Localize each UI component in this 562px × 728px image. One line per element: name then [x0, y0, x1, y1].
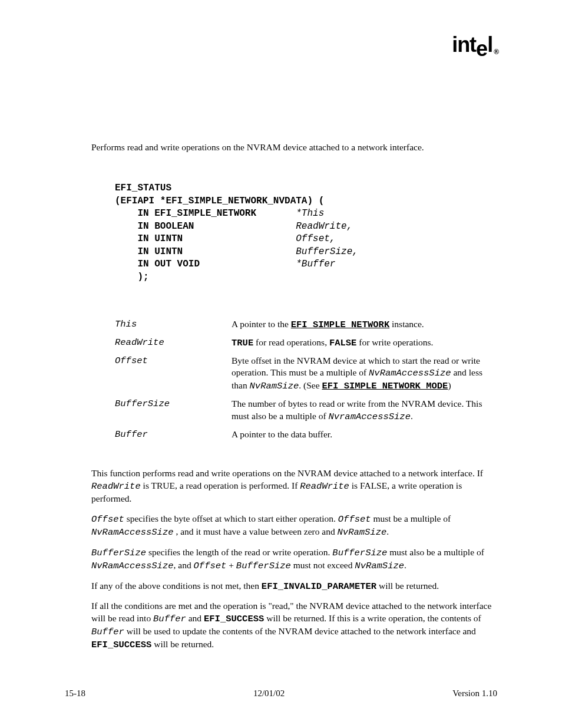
proto-line: EFI_STATUS	[115, 183, 171, 193]
code-ref: Buffer	[91, 627, 124, 637]
desc-para: This function performs read and write op…	[91, 467, 498, 505]
code-ref: Buffer	[153, 614, 186, 624]
proto-line: IN BOOLEAN	[115, 221, 296, 232]
description: This function performs read and write op…	[91, 467, 498, 651]
proto-param: *This	[296, 208, 324, 219]
code-ref: NvRamSize	[338, 527, 387, 538]
footer-date: 12/01/02	[253, 689, 285, 699]
proto-param: *Buffer	[296, 259, 335, 269]
function-prototype: EFI_STATUS (EFIAPI *EFI_SIMPLE_NETWORK_N…	[115, 182, 498, 284]
parameters-list: This A pointer to the EFI_SIMPLE_NETWORK…	[91, 318, 498, 441]
code-ref: BufferSize	[332, 548, 387, 558]
code-ref: Offset	[338, 514, 371, 525]
code-ref: NvramAccessSize	[328, 411, 411, 422]
desc-para: BufferSize specifies the length of the r…	[91, 546, 498, 572]
param-row: This A pointer to the EFI_SIMPLE_NETWORK…	[91, 318, 498, 331]
desc-para: Offset specifies the byte offset at whic…	[91, 513, 498, 539]
code-ref: EFI_SUCCESS	[91, 640, 151, 650]
code-ref: TRUE	[232, 338, 253, 348]
param-name: Buffer	[115, 429, 232, 441]
desc-para: If all the conditions are met and the op…	[91, 600, 498, 651]
code-ref: Offset	[91, 514, 124, 525]
param-name: Offset	[115, 355, 232, 393]
document-page: intel® Performs read and write operation…	[0, 0, 562, 728]
param-row: BufferSize The number of bytes to read o…	[91, 398, 498, 423]
param-desc: The number of bytes to read or write fro…	[232, 398, 498, 423]
proto-line: IN UINTN	[115, 233, 296, 244]
param-desc: A pointer to the data buffer.	[232, 429, 498, 441]
param-name: ReadWrite	[115, 337, 232, 350]
code-ref: EFI_SIMPLE_NETWORK_MODE	[322, 381, 448, 391]
param-row: Offset Byte offset in the NVRAM device a…	[91, 355, 498, 393]
param-name: This	[115, 318, 232, 331]
param-row: ReadWrite TRUE for read operations, FALS…	[91, 337, 498, 350]
proto-param: BufferSize,	[296, 246, 358, 257]
param-desc: A pointer to the EFI_SIMPLE_NETWORK inst…	[232, 318, 498, 331]
code-ref: NvRamAccessSize	[91, 527, 174, 538]
code-ref: NvRamAccessSize	[91, 561, 174, 571]
summary-text: Performs read and write operations on th…	[91, 141, 498, 154]
code-ref: NvRamSize	[355, 561, 404, 571]
param-row: Buffer A pointer to the data buffer.	[91, 429, 498, 441]
proto-line: );	[115, 272, 149, 282]
code-ref: EFI_INVALID_PARAMETER	[262, 581, 376, 592]
proto-line: IN UINTN	[115, 246, 296, 257]
code-ref: Offset	[194, 561, 227, 571]
code-ref: FALSE	[329, 338, 357, 348]
footer-page: 15-18	[65, 689, 85, 699]
code-ref: NvRamSize	[250, 381, 299, 391]
param-name: BufferSize	[115, 398, 232, 423]
footer-version: Version 1.10	[452, 689, 497, 699]
proto-param: ReadWrite,	[296, 221, 352, 232]
code-ref: NvRamAccessSize	[369, 368, 451, 378]
code-ref: BufferSize	[236, 561, 291, 571]
code-ref: BufferSize	[91, 548, 146, 558]
proto-line: IN EFI_SIMPLE_NETWORK	[115, 208, 296, 219]
proto-line: IN OUT VOID	[115, 259, 296, 269]
proto-param: Offset,	[296, 233, 335, 244]
param-desc: Byte offset in the NVRAM device at which…	[232, 355, 498, 393]
param-desc: TRUE for read operations, FALSE for writ…	[232, 337, 498, 350]
code-ref: EFI_SUCCESS	[204, 614, 264, 624]
intel-logo: intel®	[452, 32, 497, 57]
desc-para: If any of the above conditions is not me…	[91, 580, 498, 593]
code-ref: EFI_SIMPLE_NETWORK	[291, 319, 389, 330]
code-ref: ReadWrite	[300, 481, 349, 492]
proto-line: (EFIAPI *EFI_SIMPLE_NETWORK_NVDATA) (	[115, 196, 324, 206]
page-footer: 15-18 12/01/02 Version 1.10	[65, 689, 497, 699]
code-ref: ReadWrite	[91, 481, 141, 492]
